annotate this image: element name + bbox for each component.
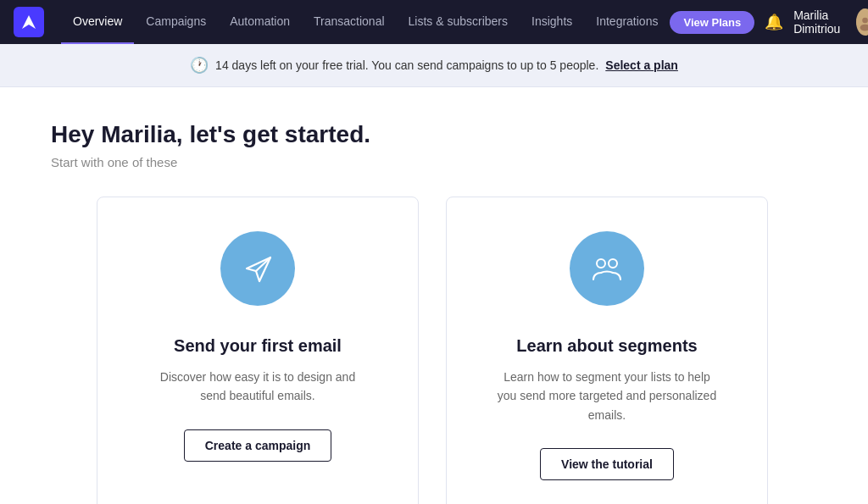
nav-insights[interactable]: Insights — [520, 0, 584, 44]
create-campaign-button[interactable]: Create a campaign — [184, 429, 332, 462]
user-menu[interactable]: Marilia Dimitriou ▼ — [793, 8, 868, 36]
email-card-description: Discover how easy it is to design and se… — [147, 368, 368, 406]
main-content: Hey Marilia, let's get started. Start wi… — [0, 87, 868, 504]
navbar: Overview Campaigns Automation Transactio… — [0, 0, 868, 44]
segments-card: Learn about segments Learn how to segmen… — [446, 197, 768, 504]
view-tutorial-button[interactable]: View the tutorial — [540, 448, 674, 480]
app-logo — [14, 7, 44, 37]
subtitle-text: Start with one of these — [51, 155, 817, 169]
trial-banner: 🕐 14 days left on your free trial. You c… — [0, 44, 868, 87]
nav-right: View Plans 🔔 Marilia Dimitriou ▼ — [670, 8, 868, 36]
send-email-icon-circle — [220, 231, 295, 306]
trial-text: 14 days left on your free trial. You can… — [215, 58, 598, 72]
nav-lists-subscribers[interactable]: Lists & subscribers — [397, 0, 520, 44]
view-plans-button[interactable]: View Plans — [670, 11, 754, 34]
people-icon — [589, 251, 625, 286]
svg-point-2 — [863, 18, 868, 24]
email-card-title: Send your first email — [174, 336, 342, 356]
username-label: Marilia Dimitriou — [793, 8, 849, 36]
nav-campaigns[interactable]: Campaigns — [134, 0, 218, 44]
greeting-heading: Hey Marilia, let's get started. — [51, 121, 817, 148]
nav-automation[interactable]: Automation — [218, 0, 302, 44]
svg-point-4 — [597, 259, 605, 268]
cards-container: Send your first email Discover how easy … — [51, 197, 814, 504]
nav-transactional[interactable]: Transactional — [302, 0, 397, 44]
send-icon — [240, 251, 275, 286]
select-plan-link[interactable]: Select a plan — [605, 58, 678, 72]
email-card: Send your first email Discover how easy … — [97, 197, 419, 504]
clock-icon: 🕐 — [190, 56, 209, 75]
nav-overview[interactable]: Overview — [61, 0, 134, 44]
nav-integrations[interactable]: Integrations — [584, 0, 670, 44]
svg-point-5 — [609, 259, 617, 268]
segments-card-title: Learn about segments — [516, 336, 697, 356]
segments-card-description: Learn how to segment your lists to help … — [497, 368, 717, 424]
nav-items: Overview Campaigns Automation Transactio… — [61, 0, 670, 44]
notifications-icon[interactable]: 🔔 — [765, 13, 783, 31]
avatar — [856, 8, 868, 36]
segments-icon-circle — [570, 231, 644, 306]
